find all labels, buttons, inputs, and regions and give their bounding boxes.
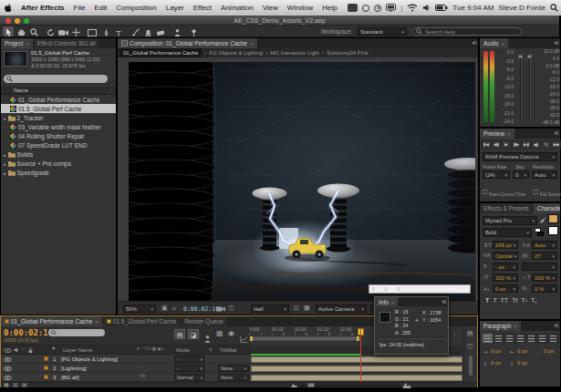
play-button[interactable]: ▶ [502, 140, 511, 149]
camera-tool[interactable] [57, 26, 68, 36]
camera-view-dropdown[interactable]: Active Camera [316, 304, 367, 313]
viewer-tab[interactable]: FG Objects & Lighting [210, 50, 264, 56]
rotation-tool[interactable] [45, 26, 56, 36]
tab-audio[interactable]: Audio [480, 38, 508, 48]
subscript-button[interactable]: T₁ [531, 297, 537, 304]
menubar-user[interactable]: Steve D Forde [498, 4, 545, 12]
pan-behind-tool[interactable] [70, 26, 81, 36]
expand-in-out-button[interactable]: ▤ [22, 381, 27, 387]
justify-last-left-button[interactable] [515, 334, 525, 343]
roto-brush-tool[interactable] [171, 26, 182, 36]
layer-duration-bar[interactable] [251, 356, 462, 363]
eye-icon[interactable] [4, 376, 12, 380]
layer-row-2[interactable]: 2 [Lightning] · · - None [1, 364, 462, 373]
menubar-clock[interactable]: Tue 9:04 AM [452, 4, 493, 12]
tab-composition[interactable]: Composition: 01_Global Performance Cache [118, 38, 257, 48]
layer-label-color[interactable] [44, 375, 48, 379]
puppet-pin-tool[interactable] [188, 26, 199, 36]
displays-icon[interactable] [386, 4, 396, 12]
status-circle-icon[interactable] [362, 5, 369, 12]
timeline-search-field[interactable] [48, 329, 105, 336]
window-titlebar[interactable]: AE_CS6_Demo_Assets_V2.aep [0, 15, 559, 26]
loop-button[interactable]: ↻ [542, 140, 551, 149]
comp-mini-flowchart-button[interactable]: ▤ [174, 329, 185, 339]
audio-column-icon[interactable] [14, 347, 19, 353]
faux-italic-button[interactable]: T [493, 297, 496, 304]
align-left-button[interactable] [483, 334, 493, 343]
blend-mode-dropdown[interactable]: Normal [174, 374, 205, 381]
resolution-dropdown[interactable]: Half [251, 304, 289, 313]
first-frame-button[interactable]: ▮◀ [482, 140, 491, 149]
project-row-comp[interactable]: 07 SpeedGrade LUT END [1, 140, 116, 150]
tab-effect-controls[interactable]: Effect Controls: BG all [34, 38, 99, 48]
wifi-icon[interactable] [407, 4, 418, 12]
solo-column-icon[interactable]: ○ [21, 346, 25, 352]
brush-tool[interactable] [130, 26, 140, 36]
align-right-button[interactable] [504, 334, 514, 343]
tab-project[interactable]: Project [1, 38, 33, 48]
volume-icon[interactable] [422, 4, 431, 12]
previous-frame-button[interactable]: ◀▮ [492, 140, 501, 149]
safe-margins-icon[interactable]: ▣ [161, 304, 168, 312]
transparency-grid-icon[interactable]: ▦ [304, 304, 310, 312]
audio-toggle-button[interactable] [532, 140, 541, 149]
project-row-comp[interactable]: 03_Variable width mask feather [1, 122, 116, 131]
current-timecode[interactable]: 0:00:02:10 [4, 328, 53, 337]
track-matte-dropdown[interactable]: None [218, 374, 249, 381]
resolution-preview-dropdown[interactable]: Auto [532, 170, 557, 179]
eye-icon[interactable] [4, 357, 12, 362]
tab-info[interactable]: Info [375, 297, 398, 306]
mask-visibility-icon[interactable]: ▱ [171, 304, 176, 312]
viewer-tab[interactable]: MG Interactive Light [270, 50, 319, 56]
trkmat-header[interactable]: TrkMat [220, 346, 236, 355]
menu-effect[interactable]: Effect [189, 4, 216, 12]
tab-render-queue[interactable]: Render Queue [181, 316, 227, 326]
menu-file[interactable]: File [69, 4, 90, 12]
tracking-dropdown[interactable]: 27 [532, 252, 557, 260]
blend-mode-dropdown[interactable]: - [174, 356, 205, 363]
default-colors-black-icon[interactable] [537, 232, 544, 236]
help-search-field[interactable]: Search Help [412, 27, 522, 36]
viewer-timecode[interactable]: 0:00:02:10 [183, 305, 219, 313]
input-source-icon[interactable] [348, 4, 358, 12]
comp-button[interactable]: ◫ [467, 343, 473, 350]
timeline-zoom-slider[interactable] [300, 385, 399, 387]
project-item-name[interactable]: 01.5_Global Perf Cache [31, 50, 89, 56]
workspace-dropdown[interactable]: Standard [358, 27, 407, 36]
menu-view[interactable]: View [258, 4, 283, 12]
pen-tool[interactable] [100, 26, 111, 36]
justify-last-right-button[interactable] [537, 334, 547, 343]
full-screen-checkbox[interactable] [534, 190, 538, 194]
project-list-header[interactable]: Name ∴ [1, 87, 116, 95]
layer-row-1[interactable]: 1 [FG Objects & Lighting] · · - [1, 355, 462, 364]
motion-blur-button[interactable]: ◉ [228, 329, 234, 337]
apple-menu-icon[interactable] [0, 4, 16, 13]
all-caps-button[interactable]: TT [501, 297, 509, 304]
fill-color-swatch[interactable] [548, 214, 558, 223]
layer-name[interactable]: [BG all] [61, 373, 79, 382]
indent-left-value[interactable]: 0 px [491, 348, 501, 354]
project-search-field[interactable] [4, 75, 108, 83]
blend-mode-dropdown[interactable]: - [174, 365, 205, 372]
first-line-indent-value[interactable]: 0 px [544, 348, 554, 354]
audio-slider-knob-left[interactable] [518, 55, 523, 58]
audio-level-slider-left[interactable] [520, 53, 521, 120]
project-row-comp[interactable]: 01_Global Performance Cache [1, 95, 116, 104]
font-style-dropdown[interactable]: Bold [483, 228, 532, 237]
tab-effects-presets[interactable]: Effects & Presets [480, 203, 533, 213]
viewer-tab[interactable]: Subcomp04 Pink [327, 50, 368, 56]
snapshot-camera-icon[interactable] [216, 305, 225, 313]
menu-edit[interactable]: Edit [89, 4, 111, 12]
layer-name[interactable]: [FG Objects & Lighting] [61, 355, 118, 364]
hand-tool[interactable] [16, 26, 26, 36]
space-before-value[interactable]: 0 px [491, 360, 501, 366]
mode-header[interactable]: Mode [176, 346, 190, 355]
viewer-tab-active[interactable]: 01_Global Performance Cache [119, 48, 202, 57]
expander-icon[interactable] [4, 151, 6, 158]
expand-transfer-controls-button[interactable]: ▥ [13, 381, 18, 387]
superscript-button[interactable]: T¹ [521, 297, 527, 304]
current-time-indicator-line[interactable] [360, 328, 361, 382]
eyedropper-icon[interactable] [540, 217, 546, 223]
zoom-tool[interactable] [28, 26, 39, 36]
show-snapshot-icon[interactable]: ◫ [228, 304, 234, 312]
